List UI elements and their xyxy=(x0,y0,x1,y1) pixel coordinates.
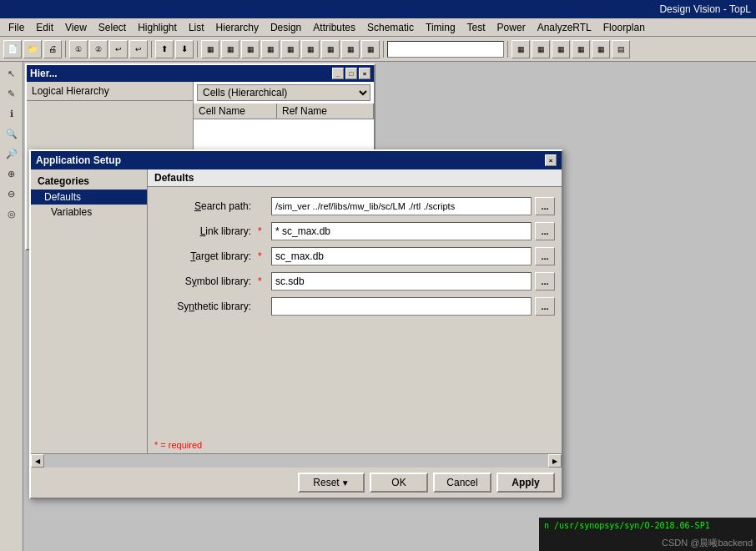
toolbar-btn-e[interactable]: ▦ xyxy=(281,40,300,58)
toolbar-btn-down[interactable]: ⬇ xyxy=(175,40,194,58)
side-icon-minus[interactable]: ⊖ xyxy=(3,185,20,202)
menu-view[interactable]: View xyxy=(60,20,92,35)
side-icon-plus[interactable]: ⊕ xyxy=(3,165,20,182)
apply-button[interactable]: Apply xyxy=(496,473,555,493)
menu-select[interactable]: Select xyxy=(93,20,131,35)
menu-file[interactable]: File xyxy=(3,20,29,35)
hier-minimize-btn[interactable]: _ xyxy=(332,68,344,79)
browse-btn-target-library[interactable]: ... xyxy=(535,247,555,265)
toolbar-btn-2[interactable]: ② xyxy=(89,40,108,58)
hier-table-header: Cell Name Ref Name xyxy=(194,104,374,119)
toolbar-search-input[interactable] xyxy=(387,41,504,58)
side-icon-zoomout[interactable]: 🔎 xyxy=(3,145,20,162)
label-target-library: Target library: xyxy=(154,250,255,262)
toolbar-btn-a[interactable]: ▦ xyxy=(201,40,219,58)
dialog-title: Application Setup xyxy=(36,154,121,166)
menu-floorplan[interactable]: Floorplan xyxy=(598,20,650,35)
input-synthetic-library[interactable] xyxy=(271,297,532,316)
app-setup-dialog: Application Setup × Categories Defaults … xyxy=(29,149,563,499)
main-area: ↖ ✎ ℹ 🔍 🔎 ⊕ ⊖ ◎ Hier... _ □ × Logical Hi… xyxy=(0,62,756,551)
menu-design[interactable]: Design xyxy=(265,20,306,35)
toolbar-btn-w1[interactable]: ▦ xyxy=(572,40,590,58)
input-symbol-library[interactable] xyxy=(271,272,532,291)
toolbar-btn-z[interactable]: ▦ xyxy=(552,40,570,58)
form-row-symbol-library: Symbol library: * ... xyxy=(154,272,555,291)
toolbar-btn-w3[interactable]: ▤ xyxy=(612,40,630,58)
side-icon-panel: ↖ ✎ ℹ 🔍 🔎 ⊕ ⊖ ◎ xyxy=(0,62,23,551)
scroll-right-btn[interactable]: ▶ xyxy=(548,454,562,468)
category-defaults[interactable]: Defaults xyxy=(31,190,147,205)
toolbar-btn-c[interactable]: ▦ xyxy=(241,40,260,58)
label-symbol-library: Symbol library: xyxy=(154,276,255,287)
toolbar-btn-open[interactable]: 📁 xyxy=(23,40,42,58)
cancel-button[interactable]: Cancel xyxy=(433,473,491,493)
toolbar-sep-1 xyxy=(65,41,66,58)
hier-col2: Ref Name xyxy=(277,104,374,119)
input-target-library[interactable] xyxy=(271,247,532,265)
side-icon-zoomin[interactable]: 🔍 xyxy=(3,125,20,142)
dialog-form: Search path: ... Link library: * ... xyxy=(148,187,562,326)
menu-list[interactable]: List xyxy=(184,20,209,35)
toolbar-sep-5 xyxy=(507,41,508,58)
menu-timing[interactable]: Timing xyxy=(421,20,461,35)
form-row-link-library: Link library: * ... xyxy=(154,222,555,240)
toolbar-btn-h[interactable]: ▦ xyxy=(341,40,360,58)
menu-power[interactable]: Power xyxy=(492,20,531,35)
input-link-library[interactable] xyxy=(271,222,532,240)
toolbar-btn-f[interactable]: ▦ xyxy=(301,40,320,58)
toolbar-btn-b[interactable]: ▦ xyxy=(221,40,239,58)
menu-test[interactable]: Test xyxy=(462,20,491,35)
scroll-track[interactable] xyxy=(44,454,548,468)
required-star-link: * xyxy=(258,225,268,237)
browse-btn-search-path[interactable]: ... xyxy=(535,197,555,215)
dialog-titlebar: Application Setup × xyxy=(31,151,562,169)
hier-title: Hier... xyxy=(30,68,58,79)
browse-btn-symbol-library[interactable]: ... xyxy=(535,272,555,291)
toolbar-btn-new[interactable]: 📄 xyxy=(3,40,22,58)
toolbar-btn-up[interactable]: ⬆ xyxy=(155,40,174,58)
browse-btn-link-library[interactable]: ... xyxy=(535,222,555,240)
hier-maximize-btn[interactable]: □ xyxy=(345,68,357,79)
label-synthetic-library: Synthetic library: xyxy=(154,301,255,312)
form-row-target-library: Target library: * ... xyxy=(154,247,555,265)
required-star-search xyxy=(258,200,268,212)
side-icon-edit[interactable]: ✎ xyxy=(3,85,20,102)
toolbar-btn-4[interactable]: ↩ xyxy=(129,40,148,58)
menu-schematic[interactable]: Schematic xyxy=(362,20,419,35)
ok-button[interactable]: OK xyxy=(370,473,428,493)
toolbar: 📄 📁 🖨 ① ② ↩ ↩ ⬆ ⬇ ▦ ▦ ▦ ▦ ▦ ▦ ▦ ▦ ▦ ▦ ▦ … xyxy=(0,37,756,62)
toolbar-btn-y[interactable]: ▦ xyxy=(532,40,550,58)
toolbar-btn-w2[interactable]: ▦ xyxy=(592,40,610,58)
label-link-library: Link library: xyxy=(154,225,255,237)
hier-col1: Cell Name xyxy=(194,104,277,119)
reset-button[interactable]: Reset ▼ xyxy=(298,473,365,493)
toolbar-btn-3[interactable]: ↩ xyxy=(109,40,128,58)
hier-dropdown[interactable]: Cells (Hierarchical) xyxy=(197,84,370,101)
label-search-path: Search path: xyxy=(154,200,255,212)
side-icon-target[interactable]: ◎ xyxy=(3,205,20,222)
input-search-path[interactable] xyxy=(271,197,532,215)
dialog-close-btn[interactable]: × xyxy=(545,154,557,166)
hier-titlebar: Hier... _ □ × xyxy=(27,65,374,82)
dialog-buttons: Reset ▼ OK Cancel Apply xyxy=(31,467,562,498)
required-star-symbol: * xyxy=(258,276,268,287)
toolbar-btn-1[interactable]: ① xyxy=(69,40,88,58)
side-icon-info[interactable]: ℹ xyxy=(3,105,20,122)
menu-edit[interactable]: Edit xyxy=(31,20,58,35)
menu-hierarchy[interactable]: Hierarchy xyxy=(211,20,264,35)
menu-attributes[interactable]: Attributes xyxy=(308,20,360,35)
toolbar-btn-x[interactable]: ▦ xyxy=(512,40,530,58)
toolbar-btn-g[interactable]: ▦ xyxy=(321,40,340,58)
side-icon-arrow[interactable]: ↖ xyxy=(3,65,20,82)
menu-highlight[interactable]: Highlight xyxy=(133,20,182,35)
title-bar: Design Vision - TopL xyxy=(0,0,756,18)
scroll-left-btn[interactable]: ◀ xyxy=(31,454,44,468)
toolbar-btn-i[interactable]: ▦ xyxy=(361,40,380,58)
hier-close-btn[interactable]: × xyxy=(359,68,370,79)
toolbar-btn-print[interactable]: 🖨 xyxy=(43,40,62,58)
toolbar-btn-d[interactable]: ▦ xyxy=(261,40,280,58)
category-variables[interactable]: Variables xyxy=(31,205,147,220)
form-row-synthetic-library: Synthetic library: ... xyxy=(154,297,555,316)
browse-btn-synthetic-library[interactable]: ... xyxy=(535,297,555,316)
menu-analyzertl[interactable]: AnalyzeRTL xyxy=(532,20,597,35)
